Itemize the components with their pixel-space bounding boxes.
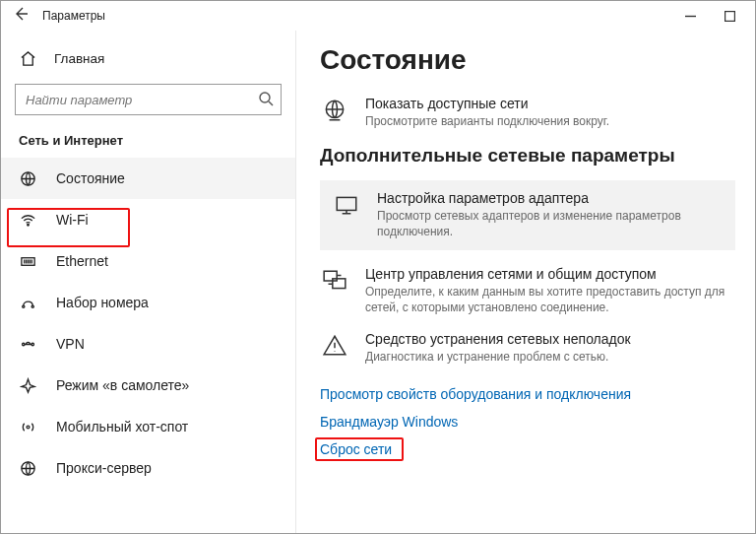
maximize-button[interactable] [710, 2, 749, 30]
row-title: Средство устранения сетевых неполадок [365, 331, 735, 347]
warning-icon [320, 331, 349, 361]
row-desc: Определите, к каким данным вы хотите пре… [365, 284, 735, 315]
sharing-icon [320, 266, 349, 296]
search-input[interactable] [15, 84, 282, 115]
vpn-icon [19, 335, 36, 353]
dialup-icon [19, 294, 36, 311]
row-desc: Просмотрите варианты подключения вокруг. [365, 113, 735, 129]
adapter-icon [332, 190, 361, 220]
svg-point-8 [31, 343, 32, 345]
globe-icon [19, 169, 36, 187]
window-title: Параметры [42, 9, 105, 23]
sidebar-section-label: Сеть и Интернет [1, 129, 295, 158]
sidebar-item-label: Ethernet [56, 253, 108, 269]
proxy-icon [19, 459, 36, 477]
sidebar-item-status[interactable]: Состояние [1, 158, 295, 199]
row-desc: Просмотр сетевых адаптеров и изменение п… [377, 208, 724, 239]
settings-window: Параметры Главная Сеть и Интернет Сос [0, 0, 756, 534]
sidebar-item-label: Прокси-сервер [56, 460, 152, 476]
content: Состояние Показать доступные сети Просмо… [296, 31, 755, 533]
titlebar: Параметры [1, 1, 755, 31]
svg-point-6 [32, 305, 33, 307]
svg-rect-12 [337, 198, 356, 211]
ethernet-icon [19, 252, 36, 270]
hotspot-icon [19, 418, 36, 435]
sidebar-home[interactable]: Главная [1, 38, 295, 78]
sidebar-item-label: Набор номера [56, 295, 149, 310]
svg-point-1 [260, 93, 270, 102]
sidebar-item-vpn[interactable]: VPN [1, 323, 295, 365]
airplane-icon [19, 376, 36, 394]
subhead-advanced: Дополнительные сетевые параметры [320, 145, 735, 167]
page-title: Состояние [320, 44, 735, 76]
globe-icon [320, 96, 349, 125]
link-hw-props[interactable]: Просмотр свойств оборудования и подключе… [320, 386, 631, 402]
svg-point-7 [22, 343, 24, 345]
link-firewall[interactable]: Брандмауэр Windows [320, 414, 458, 430]
sidebar-item-ethernet[interactable]: Ethernet [1, 240, 295, 282]
sidebar-item-proxy[interactable]: Прокси-сервер [1, 447, 295, 489]
sidebar-item-label: Режим «в самолете» [56, 377, 189, 393]
search-icon [258, 91, 274, 110]
card-adapter[interactable]: Настройка параметров адаптера Просмотр с… [320, 180, 735, 249]
row-desc: Диагностика и устранение проблем с сетью… [365, 349, 735, 365]
sidebar-item-label: Состояние [56, 170, 125, 186]
sidebar-item-label: VPN [56, 336, 85, 352]
sidebar-item-label: Wi-Fi [56, 212, 89, 228]
back-button[interactable] [7, 6, 34, 26]
sidebar-item-wifi[interactable]: Wi-Fi [1, 199, 295, 240]
sidebar: Главная Сеть и Интернет Состояние Wi-Fi … [1, 31, 296, 533]
row-troubleshoot[interactable]: Средство устранения сетевых неполадок Ди… [320, 331, 735, 365]
svg-point-9 [27, 426, 30, 429]
sidebar-item-dialup[interactable]: Набор номера [1, 282, 295, 323]
row-show-networks[interactable]: Показать доступные сети Просмотрите вари… [320, 96, 735, 129]
row-sharing-center[interactable]: Центр управления сетями и общим доступом… [320, 266, 735, 315]
svg-point-5 [22, 305, 24, 307]
sidebar-item-label: Мобильный хот-спот [56, 419, 188, 434]
row-title: Настройка параметров адаптера [377, 190, 724, 206]
wifi-icon [19, 211, 36, 229]
svg-rect-0 [724, 11, 734, 21]
row-title: Центр управления сетями и общим доступом [365, 266, 735, 282]
home-icon [19, 49, 36, 67]
svg-point-3 [27, 224, 29, 226]
sidebar-home-label: Главная [54, 51, 104, 66]
search-wrap [15, 84, 282, 115]
row-title: Показать доступные сети [365, 96, 735, 111]
minimize-button[interactable] [670, 2, 710, 30]
sidebar-item-hotspot[interactable]: Мобильный хот-спот [1, 406, 295, 447]
sidebar-item-airplane[interactable]: Режим «в самолете» [1, 365, 295, 406]
link-network-reset[interactable]: Сброс сети [320, 441, 392, 457]
